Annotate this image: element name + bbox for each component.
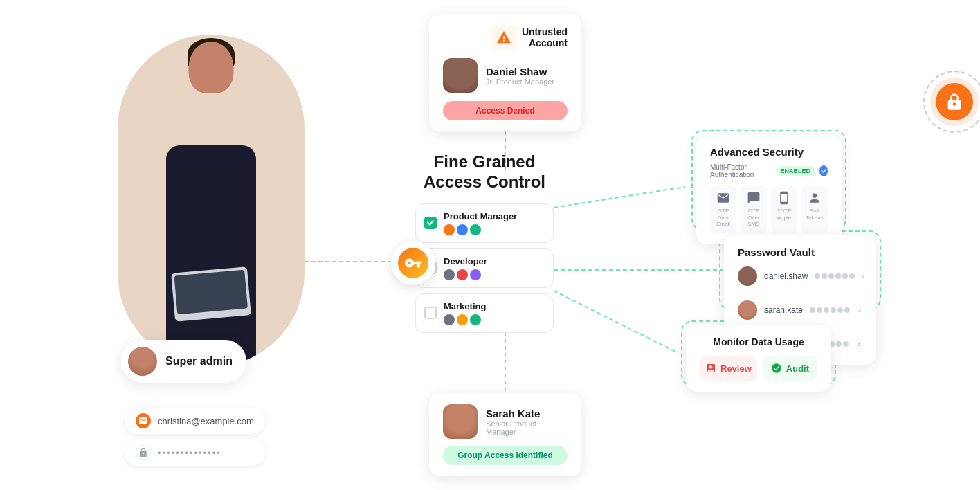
role-name-dev: Developer xyxy=(444,256,545,266)
key-icon-wrap xyxy=(391,241,435,285)
role-avatar xyxy=(470,269,481,280)
vault-star xyxy=(835,273,841,279)
password-credential: •••••••••••••• xyxy=(125,439,265,466)
mfa-options: OTP OverEmail OTP OverSMS TOTP Apple Sof… xyxy=(710,185,828,233)
lock-badge xyxy=(936,83,973,120)
role-name-mkt: Marketing xyxy=(444,301,545,311)
vault-star xyxy=(815,273,820,279)
sms-mfa-icon xyxy=(747,191,761,205)
vault-star xyxy=(822,273,827,279)
audit-icon xyxy=(771,363,782,374)
untrusted-header: Untrusted Account xyxy=(443,25,568,50)
mfa-soft-label: Soft Tokens xyxy=(806,208,824,221)
enabled-badge: ENABLED xyxy=(776,166,816,176)
mfa-email-label: OTP OverEmail xyxy=(714,208,732,228)
sarah-row: Sarah Kate Senior Product Manager xyxy=(443,404,568,439)
role-developer[interactable]: Developer xyxy=(415,248,554,288)
vault-title: Password Vault xyxy=(738,246,862,258)
monitor-data-usage-card: Monitor Data Usage Review Audit xyxy=(686,325,831,392)
role-avatars-dev xyxy=(444,269,545,280)
untrusted-account-card: Untrusted Account Daniel Shaw Jr. Produc… xyxy=(429,14,581,131)
access-denied-button[interactable]: Access Denied xyxy=(443,101,568,120)
role-name-pm: Product Manager xyxy=(444,211,545,221)
vault-star xyxy=(836,341,842,347)
audit-label: Audit xyxy=(786,363,809,374)
mfa-label: Multi-Factor Authentication xyxy=(710,163,772,179)
sarah-title: Senior Product Manager xyxy=(486,419,568,436)
mfa-option-sms: OTP OverSMS xyxy=(741,185,767,233)
daniel-info: Daniel Shaw Jr. Product Manager xyxy=(486,66,554,86)
vault-star xyxy=(844,307,850,313)
vault-star xyxy=(817,307,822,313)
role-avatar xyxy=(457,224,468,235)
password-svg xyxy=(138,448,148,457)
daniel-avatar xyxy=(443,58,478,93)
password-value: •••••••••••••• xyxy=(158,448,221,458)
vault-star xyxy=(837,307,843,313)
mfa-option-email: OTP OverEmail xyxy=(710,185,736,233)
mfa-row: Multi-Factor Authentication ENABLED xyxy=(710,163,828,179)
vault-star xyxy=(843,341,849,347)
vault-expand-danny[interactable]: › xyxy=(855,337,862,351)
mfa-option-totp: TOTP Apple xyxy=(771,185,797,233)
untrusted-label: Untrusted Account xyxy=(522,26,568,48)
vault-star xyxy=(831,307,836,313)
review-button[interactable]: Review xyxy=(700,356,757,381)
role-info-mkt: Marketing xyxy=(444,301,545,325)
sarah-info: Sarah Kate Senior Product Manager xyxy=(486,408,568,436)
vault-avatar-daniel xyxy=(738,266,757,286)
vault-row-sarah: sarah.kate › xyxy=(738,300,862,327)
sarah-name: Sarah Kate xyxy=(486,408,568,419)
super-admin-label: Super admin xyxy=(165,355,233,368)
audit-button[interactable]: Audit xyxy=(763,356,817,381)
role-checkbox-checked xyxy=(424,217,437,229)
vault-avatar-sarah xyxy=(738,300,757,320)
daniel-name: Daniel Shaw xyxy=(486,66,554,78)
key-svg xyxy=(404,254,422,272)
warning-svg xyxy=(496,30,511,45)
vault-row-daniel: daniel.shaw › xyxy=(738,266,862,293)
role-avatar xyxy=(457,314,468,325)
vault-star xyxy=(810,307,815,313)
advanced-security-card: Advanced Security Multi-Factor Authentic… xyxy=(696,135,842,244)
group-access-button[interactable]: Group Access Identified xyxy=(443,446,568,465)
mfa-check-svg xyxy=(820,167,827,174)
sarah-avatar-img xyxy=(443,404,478,439)
role-avatar xyxy=(444,269,455,280)
super-admin-card: Super admin xyxy=(121,340,246,383)
mfa-totp-label: TOTP Apple xyxy=(775,208,793,221)
role-info-dev: Developer xyxy=(444,256,545,280)
role-avatars-pm xyxy=(444,224,545,235)
role-avatar xyxy=(444,314,455,325)
review-label: Review xyxy=(720,363,752,374)
person-head xyxy=(189,42,234,93)
vault-expand-sarah[interactable]: › xyxy=(857,303,862,317)
role-avatars-mkt xyxy=(444,314,545,325)
daniel-avatar-img xyxy=(443,58,478,93)
vault-star xyxy=(828,273,834,279)
vault-username-sarah: sarah.kate xyxy=(764,305,803,315)
role-info-pm: Product Manager xyxy=(444,211,545,235)
fgac-title: Fine GrainedAccess Control xyxy=(415,152,554,192)
lock-icon xyxy=(945,92,964,111)
mfa-check-icon xyxy=(819,165,828,176)
check-svg xyxy=(426,219,435,227)
person-photo xyxy=(118,35,305,367)
svg-line-4 xyxy=(554,291,678,353)
mfa-sms-label: OTP OverSMS xyxy=(745,208,763,228)
vault-expand-daniel[interactable]: › xyxy=(862,269,864,283)
email-value: christina@example.com xyxy=(158,416,254,426)
password-icon xyxy=(136,445,151,460)
vault-star xyxy=(849,273,855,279)
vault-stars-sarah xyxy=(810,307,850,313)
laptop-screen xyxy=(174,270,247,315)
role-avatar xyxy=(444,224,455,235)
daniel-title: Jr. Product Manager xyxy=(486,78,554,86)
adv-security-title: Advanced Security xyxy=(710,146,828,158)
svg-line-2 xyxy=(554,187,685,208)
vault-star xyxy=(842,273,848,279)
vault-username-daniel: daniel.shaw xyxy=(764,271,808,281)
role-marketing[interactable]: Marketing xyxy=(415,293,554,333)
role-product-manager[interactable]: Product Manager xyxy=(415,203,554,243)
credentials-section: christina@example.com •••••••••••••• xyxy=(125,408,265,466)
